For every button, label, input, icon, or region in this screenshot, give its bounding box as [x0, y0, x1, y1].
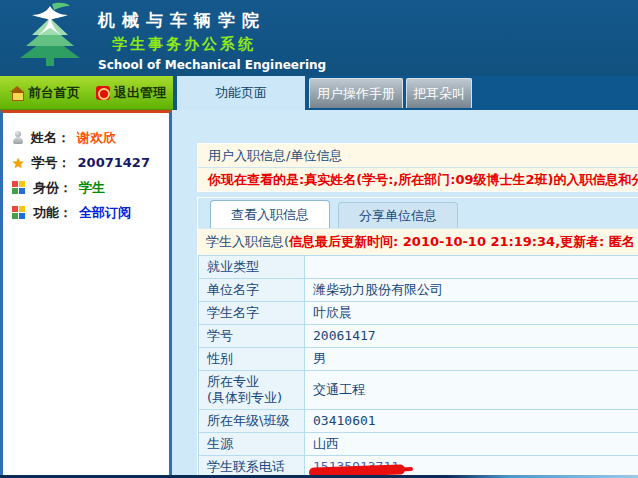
row-label: 生源	[199, 433, 305, 456]
school-title-en: School of Mechanical Engineering	[98, 58, 326, 72]
star-icon: ★	[12, 156, 25, 170]
nav-item-home[interactable]: 前台首页	[10, 84, 80, 102]
sidebar-value-student-id: 20071427	[78, 155, 150, 170]
row-label: 所在专业(具体到专业)	[199, 371, 305, 410]
row-label: 单位名字	[199, 279, 305, 302]
sidebar-value-name: 谢欢欣	[77, 129, 116, 147]
info-box-title: 用户入职信息/单位信息	[198, 144, 638, 168]
table-row: 所在专业(具体到专业)交通工程	[199, 371, 638, 410]
table-row: 单位名字潍柴动力股份有限公司	[199, 279, 638, 302]
row-label: 学生名字	[199, 302, 305, 325]
top-navbar: 前台首页 退出管理 功能页面 用户操作手册 把耳朵叫醒	[0, 76, 638, 110]
row-value: 叶欣晨	[305, 302, 638, 325]
section-header-update-info: 信息最后更新时间: 2010-10-10 21:19:34,更新者: 匿名	[289, 234, 635, 249]
logout-icon	[96, 86, 110, 100]
section-header-prefix: 学生入职信息(	[206, 234, 289, 249]
table-row: 就业类型	[199, 256, 638, 279]
section-header: 学生入职信息(信息最后更新时间: 2010-10-10 21:19:34,更新者…	[198, 228, 638, 255]
tab-function-page[interactable]: 功能页面	[177, 76, 305, 110]
main-area: 用户入职信息/单位信息 你现在查看的是:真实姓名(学号:,所在部门:09级博士生…	[172, 110, 638, 478]
sidebar-value-role: 学生	[79, 179, 105, 197]
table-row: 性别男	[199, 348, 638, 371]
home-icon	[10, 86, 24, 99]
school-logo-icon	[8, 2, 92, 74]
tab-user-manual[interactable]: 用户操作手册	[309, 78, 403, 108]
row-label: 就业类型	[199, 256, 305, 279]
tab-wake-ears[interactable]: 把耳朵叫醒	[406, 78, 472, 108]
sidebar-label-name: 姓名：	[31, 129, 70, 147]
app-header: 机械与车辆学院 学生事务办公系统 School of Mechanical En…	[0, 0, 638, 76]
row-value: 男	[305, 348, 638, 371]
nav-menu: 前台首页 退出管理	[0, 76, 173, 110]
tab-share-company-info[interactable]: 分享单位信息	[338, 202, 458, 228]
sidebar-value-function[interactable]: 全部订阅	[79, 204, 131, 222]
sidebar-item-name: 姓名： 谢欢欣	[3, 125, 169, 150]
user-sidebar: 姓名： 谢欢欣 ★ 学号： 20071427 身份： 学生 功能： 全部订阅	[0, 110, 172, 478]
sidebar-item-function: 功能： 全部订阅	[3, 200, 169, 225]
viewing-notice: 你现在查看的是:真实姓名(学号:,所在部门:09级博士生2班)的入职信息和分享单…	[198, 168, 638, 191]
grid-icon	[12, 181, 18, 187]
table-row: 学号20061417	[199, 325, 638, 348]
row-value: 山西	[305, 433, 638, 456]
sidebar-label-role: 身份：	[33, 179, 72, 197]
content-box: 查看入职信息 分享单位信息 学生入职信息(信息最后更新时间: 2010-10-1…	[197, 197, 638, 478]
tab-view-employment-info[interactable]: 查看入职信息	[210, 200, 330, 228]
person-icon	[12, 131, 24, 144]
row-value: 20061417	[305, 325, 638, 348]
row-value: 潍柴动力股份有限公司	[305, 279, 638, 302]
row-value	[305, 256, 638, 279]
row-value: 交通工程	[305, 371, 638, 410]
sidebar-label-student-id: 学号：	[32, 154, 71, 172]
nav-item-home-label: 前台首页	[28, 84, 80, 102]
sidebar-item-role: 身份： 学生	[3, 175, 169, 200]
sidebar-item-student-id: ★ 学号： 20071427	[3, 150, 169, 175]
system-title: 学生事务办公系统	[112, 35, 326, 54]
inner-tabstrip: 查看入职信息 分享单位信息	[198, 198, 638, 228]
row-label: 学号	[199, 325, 305, 348]
row-label: 所在年级\班级	[199, 410, 305, 433]
row-value: 03410601	[305, 410, 638, 433]
table-row: 生源山西	[199, 433, 638, 456]
row-label: 性别	[199, 348, 305, 371]
grid-icon	[12, 206, 18, 212]
employment-info-table: 就业类型 单位名字潍柴动力股份有限公司学生名字叶欣晨学号20061417性别男所…	[198, 255, 638, 478]
nav-item-logout-label: 退出管理	[114, 84, 166, 102]
user-info-box: 用户入职信息/单位信息 你现在查看的是:真实姓名(学号:,所在部门:09级博士生…	[197, 143, 638, 192]
school-title: 机械与车辆学院	[98, 9, 326, 32]
nav-item-logout[interactable]: 退出管理	[96, 84, 166, 102]
table-row: 学生名字叶欣晨	[199, 302, 638, 325]
sidebar-label-function: 功能：	[33, 204, 72, 222]
table-row: 所在年级\班级03410601	[199, 410, 638, 433]
